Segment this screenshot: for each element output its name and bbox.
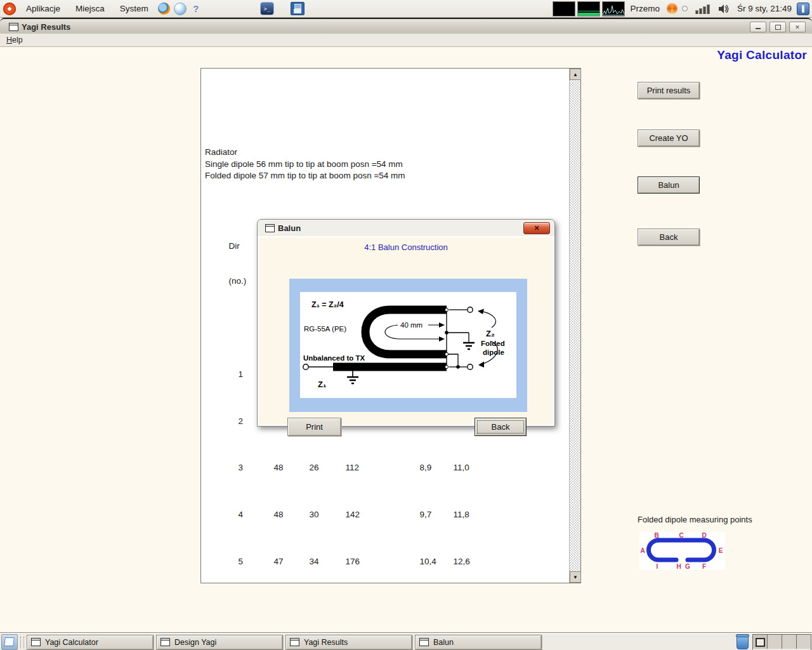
back-button[interactable]: Back — [638, 229, 700, 246]
yagi-results-titlebar[interactable]: Yagi Results ✕ — [0, 18, 812, 36]
terminal-launcher-icon[interactable]: >_ — [260, 2, 274, 15]
print-results-button[interactable]: Print results — [638, 82, 700, 99]
screenshot-launcher-icon[interactable] — [291, 2, 304, 15]
window-controls: ✕ — [747, 22, 806, 32]
balun-close-button[interactable]: ✕ — [523, 222, 550, 234]
scroll-down-button[interactable]: ▼ — [570, 571, 581, 583]
bottom-taskbar: Yagi Calculator Design Yagi Yagi Results… — [0, 633, 812, 650]
desktop: Aplikacje Miejsca System ? >_ Przemo — [0, 0, 812, 650]
point-e: E — [719, 547, 723, 554]
window-icon — [290, 638, 299, 646]
notification-dot-icon[interactable] — [682, 6, 688, 11]
folded-label: Folded — [481, 340, 505, 347]
taskbar-right — [737, 634, 812, 650]
distro-menu-icon[interactable] — [3, 3, 16, 15]
system-monitor-cpu[interactable] — [553, 1, 575, 17]
app-title: Yagi Calculator — [717, 48, 807, 62]
volume-icon[interactable] — [718, 4, 730, 14]
network-graph — [603, 2, 624, 16]
table-row: 348261128,911,0 — [205, 451, 570, 462]
workspace-3[interactable] — [782, 635, 797, 649]
update-notifier-icon[interactable] — [667, 3, 678, 14]
balun-dialog-titlebar[interactable]: Balun ✕ — [257, 219, 555, 237]
window-title: Yagi Results — [22, 22, 70, 32]
panel-right-applets: Przemo Śr 9 sty, 21:49 — [553, 1, 812, 17]
workspace-switcher — [752, 634, 811, 650]
cable-label: RG-55A (PE) — [304, 325, 346, 333]
balun-dialog-title: Balun — [278, 223, 301, 233]
balun-schematic: 40 mm — [300, 292, 516, 398]
balun-heading: 4:1 Balun Construction — [258, 242, 554, 252]
balun-dialog-body: 4:1 Balun Construction 40 mm — [257, 236, 555, 427]
gnome-top-panel: Aplikacje Miejsca System ? >_ Przemo — [0, 0, 812, 18]
window-menubar: Help — [0, 34, 812, 47]
point-d: D — [702, 532, 706, 539]
window-icon — [160, 638, 170, 646]
window-icon — [9, 23, 18, 31]
taskbar-task-button[interactable]: Yagi Calculator — [27, 635, 154, 650]
menu-system[interactable]: System — [112, 0, 156, 17]
user-menu[interactable]: Przemo — [630, 4, 660, 13]
point-f: F — [702, 563, 706, 570]
firefox-launcher-icon[interactable] — [158, 3, 170, 15]
window-icon — [419, 638, 429, 646]
workspace-1[interactable] — [753, 635, 768, 649]
window-icon — [265, 224, 275, 232]
dipole-points-diagram: B C D A E I H G F — [639, 532, 725, 570]
close-button[interactable]: ✕ — [789, 22, 806, 32]
menu-help[interactable]: Help — [0, 36, 29, 44]
z1-label: Z₁ — [318, 380, 326, 389]
task-list: Yagi Calculator Design Yagi Yagi Results… — [27, 635, 544, 650]
balun-button[interactable]: Balun — [638, 176, 700, 194]
point-g: G — [685, 563, 690, 570]
dipole-label: dipole — [483, 348, 504, 356]
workspace-2[interactable] — [768, 635, 782, 649]
point-b: B — [654, 532, 658, 539]
dimension-label: 40 mm — [400, 321, 422, 329]
dipole-points-image: B C D A E I H G F — [639, 532, 725, 570]
network-signal-icon[interactable] — [695, 4, 710, 14]
clock-applet[interactable]: Śr 9 sty, 21:49 — [737, 4, 792, 13]
menu-places[interactable]: Miejsca — [68, 0, 112, 17]
balun-image-panel: 40 mm — [289, 279, 527, 412]
system-monitor-network[interactable] — [602, 1, 625, 17]
minimize-button[interactable] — [750, 22, 766, 32]
point-h: H — [676, 563, 681, 570]
create-yo-button[interactable]: Create YO — [638, 129, 700, 147]
taskbar-task-button[interactable]: Balun — [415, 635, 542, 650]
table-row: 448301429,711,8 — [205, 497, 570, 508]
unbalanced-label: Unbalanced to TX — [303, 354, 365, 362]
dipole-points-caption: Folded dipole measuring points — [638, 515, 752, 524]
dialog-back-button[interactable]: Back — [475, 418, 527, 436]
quit-session-icon[interactable] — [797, 3, 809, 15]
show-desktop-button[interactable] — [1, 634, 18, 650]
result-line: Folded dipole 57 mm tip to tip at boom p… — [205, 170, 570, 182]
point-a: A — [640, 547, 645, 554]
menu-applications[interactable]: Aplikacje — [18, 0, 68, 17]
workspace-4[interactable] — [797, 635, 811, 649]
balun-diagram: 40 mm — [300, 292, 516, 398]
scroll-up-button[interactable]: ▲ — [570, 69, 581, 80]
point-i: I — [657, 563, 658, 570]
trash-icon[interactable] — [737, 635, 749, 649]
point-c: C — [679, 532, 683, 539]
window-icon — [31, 638, 41, 646]
result-line — [205, 182, 570, 194]
vertical-scrollbar[interactable]: ▲ ▼ — [569, 69, 580, 583]
taskbar-task-button[interactable]: Design Yagi — [156, 635, 283, 650]
applet-handle[interactable] — [20, 637, 24, 648]
result-line: Single dipole 56 mm tip to tip at boom p… — [205, 159, 570, 170]
maximize-button[interactable] — [769, 22, 786, 32]
results-head: RadiatorSingle dipole 56 mm tip to tip a… — [205, 112, 570, 194]
table-row: 5473417610,412,6 — [205, 544, 570, 555]
taskbar-task-button[interactable]: Yagi Results — [285, 635, 412, 650]
formula-label: Z₁ = Z₂/4 — [311, 300, 344, 309]
z2-label: Z₂ — [486, 329, 495, 338]
help-launcher-icon[interactable]: ? — [190, 3, 202, 15]
dialog-print-button[interactable]: Print — [287, 418, 341, 436]
result-line: Radiator — [205, 147, 570, 158]
system-monitor-memory[interactable] — [577, 1, 600, 17]
browser-launcher-icon[interactable] — [174, 3, 187, 15]
balun-dialog: Balun ✕ 4:1 Balun Construction 40 mm — [257, 219, 555, 427]
